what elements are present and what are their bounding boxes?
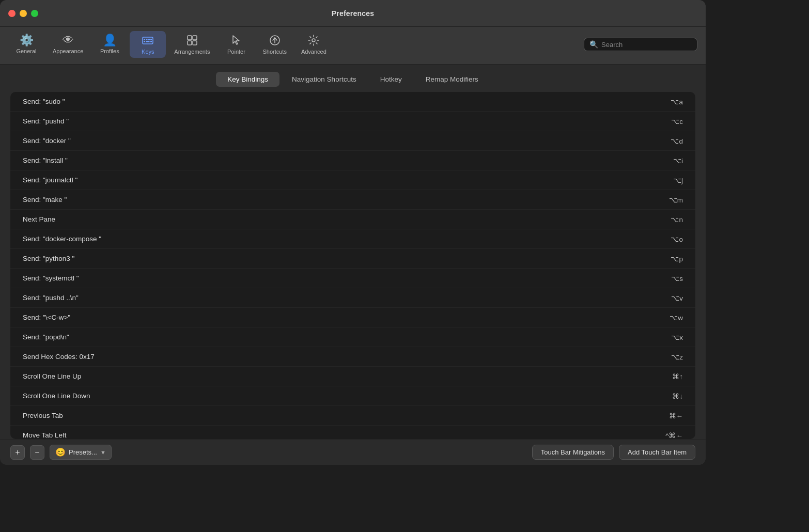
table-row[interactable]: Send: "systemctl "⌥s: [10, 269, 695, 288]
toolbar-item-profiles[interactable]: 👤 Profiles: [91, 32, 128, 57]
table-row[interactable]: Send: "docker "⌥d: [10, 131, 695, 151]
svg-rect-3: [148, 39, 150, 40]
svg-rect-11: [193, 41, 197, 45]
add-touch-bar-item-button[interactable]: Add Touch Bar Item: [619, 445, 695, 460]
binding-shortcut: ⌥i: [652, 157, 683, 165]
table-row[interactable]: Scroll One Line Down⌘↓: [10, 386, 695, 406]
table-row[interactable]: Send: "popd\n"⌥x: [10, 327, 695, 347]
minimize-button[interactable]: [20, 10, 27, 17]
binding-action: Send: "journalctl ": [23, 176, 652, 184]
table-row[interactable]: Send: "python3 "⌥p: [10, 249, 695, 269]
binding-action: Send: "docker ": [23, 137, 652, 145]
table-row[interactable]: Send: "install "⌥i: [10, 151, 695, 170]
binding-action: Previous Tab: [23, 412, 652, 419]
binding-action: Send: "sudo ": [23, 98, 652, 105]
toolbar-label-keys: Keys: [142, 49, 154, 55]
binding-shortcut: ⌥n: [652, 215, 683, 224]
svg-rect-9: [193, 36, 197, 40]
binding-shortcut: ⌥a: [652, 98, 683, 106]
table-row[interactable]: Send: "sudo "⌥a: [10, 92, 695, 112]
appearance-icon: 👁: [63, 35, 74, 46]
search-input[interactable]: [601, 41, 692, 49]
binding-shortcut: ⌘↓: [652, 392, 683, 400]
add-binding-button[interactable]: +: [10, 445, 25, 460]
table-row[interactable]: Send: "journalctl "⌥j: [10, 170, 695, 190]
keys-icon: [142, 34, 154, 46]
binding-shortcut: ⌘↑: [652, 372, 683, 381]
binding-action: Send: "pushd ": [23, 117, 652, 125]
table-row[interactable]: Send: "make "⌥m: [10, 190, 695, 210]
binding-shortcut: ⌥d: [652, 137, 683, 145]
keybindings-panel: Send: "sudo "⌥aSend: "pushd "⌥cSend: "do…: [10, 92, 695, 439]
table-row[interactable]: Send Hex Codes: 0x17⌥z: [10, 347, 695, 367]
svg-rect-8: [188, 36, 192, 40]
shortcuts-icon: [269, 34, 281, 46]
general-icon: ⚙️: [20, 35, 34, 46]
binding-shortcut: ⌥x: [652, 333, 683, 341]
tab-key-bindings[interactable]: Key Bindings: [216, 72, 279, 87]
binding-action: Send: "make ": [23, 196, 652, 204]
binding-action: Send: "systemctl ": [23, 274, 652, 282]
presets-icon: 😊: [55, 447, 66, 457]
titlebar: Preferences: [0, 0, 706, 27]
window-title: Preferences: [332, 9, 374, 18]
binding-shortcut: ⌥j: [652, 176, 683, 184]
toolbar-label-appearance: Appearance: [53, 48, 83, 54]
binding-shortcut: ⌥c: [652, 117, 683, 126]
table-row[interactable]: Previous Tab⌘←: [10, 406, 695, 426]
binding-shortcut: ⌥z: [652, 353, 683, 361]
tab-navigation-shortcuts[interactable]: Navigation Shortcuts: [281, 72, 368, 87]
toolbar: ⚙️ General 👁 Appearance 👤 Profiles: [0, 27, 706, 65]
binding-action: Send: "docker-compose ": [23, 235, 652, 243]
maximize-button[interactable]: [31, 10, 38, 17]
svg-rect-4: [150, 39, 152, 40]
binding-shortcut: ⌥p: [652, 255, 683, 263]
remove-binding-button[interactable]: −: [30, 445, 44, 460]
toolbar-item-general[interactable]: ⚙️ General: [8, 32, 44, 57]
svg-rect-2: [146, 39, 148, 40]
main-content: Send: "sudo "⌥aSend: "pushd "⌥cSend: "do…: [0, 87, 706, 439]
table-row[interactable]: Send: "\<C-w>"⌥w: [10, 308, 695, 327]
svg-point-13: [312, 39, 315, 42]
binding-shortcut: ^⌘←: [652, 431, 683, 440]
profiles-icon: 👤: [103, 35, 117, 46]
binding-action: Next Pane: [23, 215, 652, 223]
close-button[interactable]: [8, 10, 15, 17]
binding-action: Scroll One Line Down: [23, 392, 652, 400]
touch-bar-mitigations-button[interactable]: Touch Bar Mitigations: [532, 445, 614, 460]
svg-rect-6: [146, 41, 150, 42]
svg-rect-10: [188, 41, 192, 45]
svg-rect-7: [150, 41, 152, 42]
toolbar-item-shortcuts[interactable]: Shortcuts: [256, 31, 292, 58]
svg-rect-1: [144, 39, 145, 40]
table-row[interactable]: Send: "pushd ..\n"⌥v: [10, 288, 695, 308]
tabs-bar: Key Bindings Navigation Shortcuts Hotkey…: [0, 65, 706, 87]
binding-action: Send Hex Codes: 0x17: [23, 353, 652, 361]
toolbar-item-arrangements[interactable]: Arrangements: [168, 31, 216, 58]
table-row[interactable]: Send: "docker-compose "⌥o: [10, 229, 695, 249]
toolbar-item-advanced[interactable]: Advanced: [295, 31, 333, 58]
table-row[interactable]: Scroll One Line Up⌘↑: [10, 367, 695, 386]
toolbar-label-shortcuts: Shortcuts: [262, 49, 286, 55]
keybindings-scroll[interactable]: Send: "sudo "⌥aSend: "pushd "⌥cSend: "do…: [10, 92, 695, 439]
toolbar-item-pointer[interactable]: Pointer: [218, 31, 254, 58]
toolbar-label-general: General: [16, 48, 36, 54]
bottom-bar: + − 😊 Presets... ▼ Touch Bar Mitigations…: [0, 439, 706, 465]
chevron-down-icon: ▼: [100, 449, 106, 456]
traffic-lights: [8, 10, 38, 17]
toolbar-item-keys[interactable]: Keys: [130, 31, 166, 58]
presets-label: Presets...: [69, 448, 97, 456]
binding-action: Send: "pushd ..\n": [23, 294, 652, 302]
binding-shortcut: ⌥s: [652, 274, 683, 283]
presets-button[interactable]: 😊 Presets... ▼: [50, 445, 112, 460]
table-row[interactable]: Send: "pushd "⌥c: [10, 112, 695, 131]
toolbar-item-appearance[interactable]: 👁 Appearance: [46, 32, 89, 57]
table-row[interactable]: Next Pane⌥n: [10, 210, 695, 229]
tab-remap-modifiers[interactable]: Remap Modifiers: [414, 72, 490, 87]
tab-hotkey[interactable]: Hotkey: [369, 72, 413, 87]
svg-rect-0: [143, 37, 153, 44]
search-box[interactable]: 🔍: [584, 38, 697, 51]
table-row[interactable]: Move Tab Left^⌘←: [10, 426, 695, 439]
toolbar-label-advanced: Advanced: [301, 49, 326, 55]
toolbar-label-pointer: Pointer: [227, 49, 245, 55]
